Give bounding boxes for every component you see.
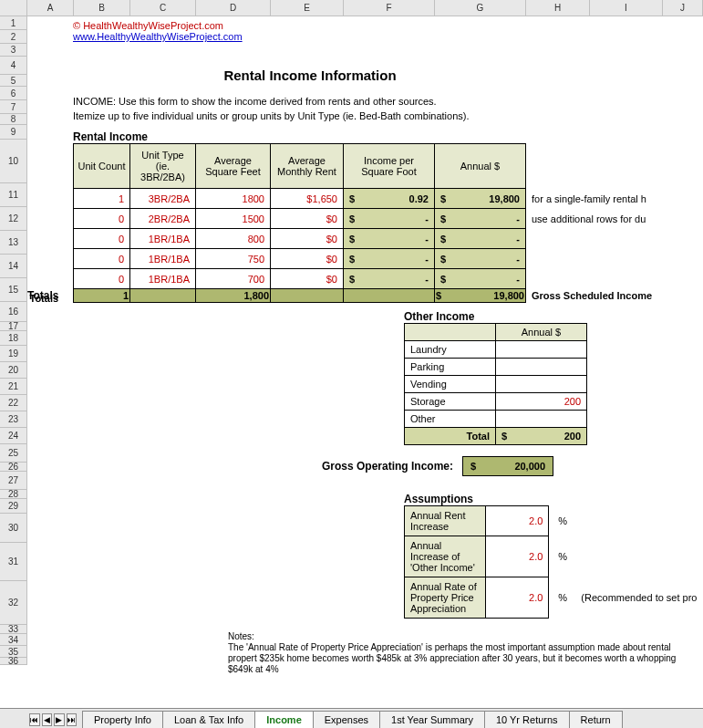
- row-7[interactable]: 7: [0, 100, 27, 114]
- tab-last-icon[interactable]: ⏭: [67, 713, 78, 726]
- row-2[interactable]: 2: [0, 30, 27, 44]
- cell-sqft[interactable]: 700: [196, 269, 271, 289]
- tab-income[interactable]: Income: [254, 711, 314, 728]
- row-16[interactable]: 16: [0, 302, 27, 322]
- row-8[interactable]: 8: [0, 114, 27, 125]
- row-10[interactable]: 10: [0, 140, 27, 183]
- cell-sqft[interactable]: 1800: [196, 189, 271, 209]
- cell-sqft[interactable]: 750: [196, 249, 271, 269]
- row-27[interactable]: 27: [0, 472, 27, 490]
- cell-ipsf: -: [425, 274, 429, 285]
- col-C[interactable]: C: [130, 0, 196, 16]
- other-income-table: Annual $ LaundryParkingVendingStorage200…: [404, 323, 587, 445]
- cell-type[interactable]: 1BR/1BA: [130, 269, 196, 289]
- col-G[interactable]: G: [435, 0, 526, 16]
- cell-count[interactable]: 1: [74, 189, 130, 209]
- cell-rent[interactable]: $0: [271, 269, 344, 289]
- row-34[interactable]: 34: [0, 634, 27, 646]
- row-22[interactable]: 22: [0, 395, 27, 411]
- row-29[interactable]: 29: [0, 499, 27, 514]
- cell-ipsf: -: [425, 234, 429, 244]
- cell-rent[interactable]: $1,650: [271, 189, 344, 209]
- col-D[interactable]: D: [196, 0, 271, 16]
- row-21[interactable]: 21: [0, 379, 27, 395]
- cell-count[interactable]: 0: [74, 209, 130, 229]
- row-5[interactable]: 5: [0, 75, 27, 87]
- col-H[interactable]: H: [526, 0, 590, 16]
- assump-name: Annual Rate of Property Price Appreciati…: [405, 577, 486, 618]
- tab-expenses[interactable]: Expenses: [313, 711, 380, 728]
- other-item-val[interactable]: [496, 340, 587, 358]
- cell-rent[interactable]: $0: [271, 229, 344, 249]
- tab-next-icon[interactable]: ▶: [54, 713, 65, 726]
- other-total-label: Total: [405, 427, 496, 444]
- row-18[interactable]: 18: [0, 331, 27, 346]
- other-item-name: Laundry: [405, 340, 496, 358]
- cell-rent[interactable]: $0: [271, 209, 344, 229]
- row-28[interactable]: 28: [0, 490, 27, 499]
- row-9[interactable]: 9: [0, 125, 27, 140]
- row-26[interactable]: 26: [0, 463, 27, 472]
- row-6[interactable]: 6: [0, 87, 27, 100]
- cell-sqft[interactable]: 800: [196, 229, 271, 249]
- other-item-val[interactable]: [496, 358, 587, 375]
- cell-type[interactable]: 1BR/1BA: [130, 249, 196, 269]
- cell-count[interactable]: 0: [74, 229, 130, 249]
- col-B[interactable]: B: [74, 0, 130, 16]
- row-15[interactable]: 15: [0, 278, 27, 302]
- assump-val[interactable]: 2.0: [485, 536, 548, 577]
- row-20[interactable]: 20: [0, 362, 27, 379]
- cell-rent[interactable]: $0: [271, 249, 344, 269]
- cell-count[interactable]: 0: [74, 249, 130, 269]
- row-3[interactable]: 3: [0, 44, 27, 57]
- col-I[interactable]: I: [590, 0, 663, 16]
- col-A[interactable]: A: [27, 0, 74, 16]
- row-11[interactable]: 11: [0, 183, 27, 207]
- website-link[interactable]: www.HealthyWealthyWiseProject.com: [73, 31, 243, 42]
- tab-prev-icon[interactable]: ◀: [42, 713, 53, 726]
- row-30[interactable]: 30: [0, 514, 27, 543]
- cell-type[interactable]: 2BR/2BA: [130, 209, 196, 229]
- assump-val[interactable]: 2.0: [485, 505, 548, 536]
- tab-first-icon[interactable]: ⏮: [29, 713, 40, 726]
- col-J[interactable]: J: [663, 0, 703, 16]
- row-4[interactable]: 4: [0, 57, 27, 75]
- cell-sqft[interactable]: 1500: [196, 209, 271, 229]
- row-24[interactable]: 24: [0, 428, 27, 444]
- th-ipsf: Income per Square Foot: [344, 144, 435, 189]
- col-F[interactable]: F: [344, 0, 435, 16]
- row-12[interactable]: 12: [0, 207, 27, 231]
- sheet-body[interactable]: © HealthWealthyWiseProject.com www.Healt…: [27, 16, 703, 708]
- cell-count[interactable]: 0: [74, 269, 130, 289]
- row-1[interactable]: 1: [0, 16, 27, 30]
- assump-val[interactable]: 2.0: [485, 577, 548, 618]
- row-14[interactable]: 14: [0, 255, 27, 278]
- tab-loan-tax-info[interactable]: Loan & Tax Info: [162, 711, 255, 728]
- tab-property-info[interactable]: Property Info: [82, 711, 163, 728]
- tab-10-yr-returns[interactable]: 10 Yr Returns: [484, 711, 570, 728]
- tab-return[interactable]: Return: [569, 711, 623, 728]
- row-note: use additional rows for du: [526, 209, 653, 229]
- cell-annual: -: [516, 254, 520, 265]
- row-36[interactable]: 36: [0, 658, 27, 665]
- tab-1st-year-summary[interactable]: 1st Year Summary: [379, 711, 485, 728]
- row-19[interactable]: 19: [0, 346, 27, 362]
- row-17[interactable]: 17: [0, 322, 27, 331]
- row-32[interactable]: 32: [0, 581, 27, 625]
- other-item-val[interactable]: [496, 410, 587, 427]
- row-23[interactable]: 23: [0, 411, 27, 428]
- th-unit-type: Unit Type (ie. 3BR/2BA): [130, 144, 196, 189]
- other-income-label: Other Income: [404, 310, 703, 323]
- row-31[interactable]: 31: [0, 543, 27, 581]
- cell-type[interactable]: 3BR/2BA: [130, 189, 196, 209]
- totals-sqft: 1,800: [196, 288, 271, 302]
- row-25[interactable]: 25: [0, 444, 27, 463]
- tab-nav[interactable]: ⏮ ◀ ▶ ⏭: [27, 712, 82, 728]
- row-13[interactable]: 13: [0, 231, 27, 255]
- cell-type[interactable]: 1BR/1BA: [130, 229, 196, 249]
- col-E[interactable]: E: [271, 0, 344, 16]
- assumptions-label: Assumptions: [404, 493, 703, 505]
- other-item-val[interactable]: 200: [496, 392, 587, 410]
- other-item-val[interactable]: [496, 375, 587, 392]
- row-33[interactable]: 33: [0, 625, 27, 634]
